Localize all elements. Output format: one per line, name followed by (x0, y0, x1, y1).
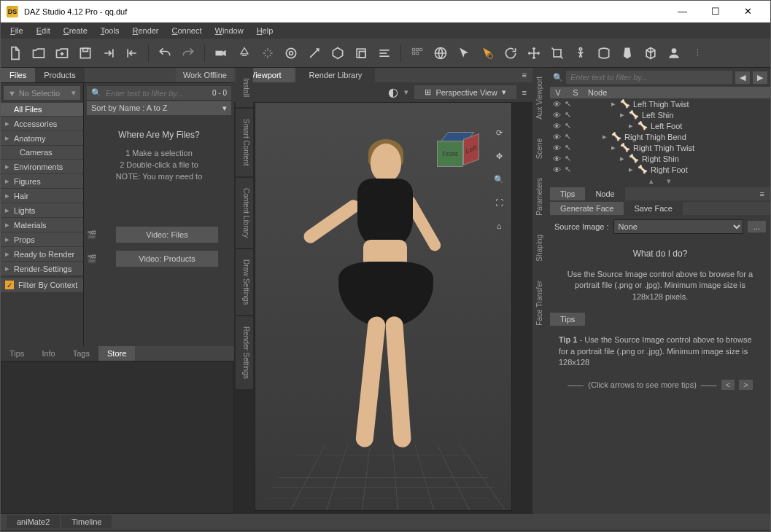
undo-icon[interactable] (155, 43, 175, 63)
grid-snap-icon[interactable] (407, 43, 427, 63)
reset-view-icon[interactable]: ⌂ (491, 218, 507, 234)
tab-tips[interactable]: Tips (550, 313, 585, 326)
spotlight-icon[interactable] (234, 43, 255, 63)
viewport-menu-icon[interactable]: ≡ (522, 88, 527, 97)
collapse-up-icon[interactable]: ▴ (649, 176, 654, 186)
search-icon[interactable]: 🔍 (553, 73, 563, 82)
tip-prev-button[interactable]: < (721, 380, 735, 390)
align-icon[interactable] (374, 43, 395, 63)
category-all-files[interactable]: All Files (1, 103, 83, 117)
orbit-icon[interactable]: ⟳ (491, 125, 507, 141)
active-tool-icon[interactable] (477, 43, 497, 63)
category-accessories[interactable]: ▸Accessories (1, 117, 83, 131)
scene-search-input[interactable] (566, 71, 732, 84)
expand-icon[interactable]: ▸ (603, 132, 610, 141)
arrow-icon[interactable]: ↖ (565, 154, 576, 163)
tree-node[interactable]: 👁↖▸🦴Left Thigh Twist (550, 98, 770, 109)
redo-icon[interactable] (178, 43, 198, 63)
info-tab-store[interactable]: Store (98, 346, 135, 361)
search-input[interactable] (106, 89, 208, 98)
panel-menu-icon[interactable]: ≡ (754, 187, 770, 200)
search-icon[interactable]: 🔍 (91, 88, 101, 98)
expand-icon[interactable]: ▸ (611, 99, 619, 109)
rvtab-shaping[interactable]: Shaping (532, 226, 550, 270)
tree-node[interactable]: 👁↖▸🦴Left Foot (550, 120, 770, 131)
export-icon[interactable] (98, 43, 119, 63)
pan-icon[interactable]: ✥ (491, 148, 507, 164)
sort-dropdown[interactable]: Sort by Name : A to Z ▾ (87, 101, 231, 115)
vtab-content-library[interactable]: Content Library (236, 178, 253, 248)
tab-products[interactable]: Products (35, 68, 84, 82)
eye-icon[interactable]: 👁 (553, 122, 565, 130)
menu-window[interactable]: Window (209, 24, 250, 37)
menu-render[interactable]: Render (125, 24, 165, 37)
tree-node[interactable]: 👁↖▸🦴Right Thigh Twist (550, 142, 770, 153)
maximize-button[interactable]: ☐ (699, 1, 732, 22)
category-materials[interactable]: ▸Materials (1, 218, 83, 232)
expand-icon[interactable]: ▸ (629, 165, 636, 174)
col-visible[interactable]: V (553, 88, 563, 97)
user-tool-icon[interactable] (664, 43, 684, 63)
vtab-render-settings[interactable]: Render Settings (236, 316, 253, 389)
info-tab-tips[interactable]: Tips (1, 346, 33, 361)
view-mode-dropdown[interactable]: ⊞ Perspective View ▾ (414, 85, 516, 99)
category-render-settings[interactable]: ▸Render-Settings (1, 262, 83, 276)
close-button[interactable]: ✕ (732, 1, 764, 22)
expand-icon[interactable]: ▸ (629, 121, 636, 130)
new-file-icon[interactable] (5, 43, 26, 63)
work-offline-button[interactable]: Work Offline (176, 68, 234, 82)
col-select[interactable]: S (570, 88, 581, 97)
tip-next-button[interactable]: > (739, 380, 752, 390)
browse-button[interactable]: ... (748, 221, 766, 232)
video-products-button[interactable]: Video: Products (116, 251, 218, 267)
tree-node[interactable]: 👁↖▸🦴Right Shin (550, 153, 770, 164)
source-image-dropdown[interactable]: None (613, 219, 743, 234)
world-tool-icon[interactable] (430, 43, 451, 63)
category-anatomy[interactable]: ▸Anatomy (1, 131, 83, 146)
next-button[interactable]: ▶ (753, 71, 767, 84)
expand-icon[interactable]: ▸ (620, 154, 627, 163)
tab-generate-face[interactable]: Generate Face (550, 202, 624, 215)
rotate-tool-icon[interactable] (500, 43, 521, 63)
video-files-button[interactable]: Video: Files (116, 227, 218, 243)
menu-help[interactable]: Help (250, 24, 280, 37)
eye-icon[interactable]: 👁 (553, 111, 565, 120)
eye-icon[interactable]: 👁 (553, 133, 565, 141)
category-props[interactable]: ▸Props (1, 232, 83, 247)
tree-node[interactable]: 👁↖▸🦴Right Thigh Bend (550, 131, 770, 142)
light-sparkle-icon[interactable] (257, 43, 278, 63)
minimize-button[interactable]: — (666, 1, 699, 22)
magic-wand-icon[interactable] (304, 43, 325, 63)
surface-tool-icon[interactable] (594, 43, 614, 63)
zoom-icon[interactable]: 🔍 (491, 171, 507, 187)
arrow-icon[interactable]: ↖ (565, 165, 576, 174)
menu-edit[interactable]: Edit (30, 24, 57, 37)
viewport-3d[interactable]: Front Left ⟳ ✥ 🔍 ⛶ ⌂ (255, 102, 512, 511)
menu-create[interactable]: Create (57, 24, 94, 37)
eye-icon[interactable]: 👁 (553, 144, 565, 152)
selection-dropdown[interactable]: ▼ No Selectio ▾ (4, 86, 80, 100)
tree-node[interactable]: 👁↖▸🦴Right Foot (550, 164, 770, 175)
category-lights[interactable]: ▸Lights (1, 203, 83, 218)
info-tab-tags[interactable]: Tags (64, 346, 98, 361)
tab-timeline[interactable]: Timeline (61, 515, 112, 528)
rvtab-aux-viewport[interactable]: Aux Viewport (532, 68, 550, 128)
vtab-install[interactable]: Install (236, 68, 253, 107)
tab-render-library[interactable]: Render Library (296, 68, 376, 82)
vtab-smart-content[interactable]: Smart Content (236, 109, 253, 176)
category-cameras[interactable]: Cameras (1, 146, 83, 160)
group-icon[interactable] (351, 43, 371, 63)
camera-tool-icon[interactable] (211, 43, 231, 63)
sphere-shading-icon[interactable]: ◐ (388, 85, 398, 99)
category-environments[interactable]: ▸Environments (1, 160, 83, 174)
arrow-icon[interactable]: ↖ (565, 132, 576, 141)
prev-button[interactable]: ◀ (735, 71, 750, 84)
scale-tool-icon[interactable] (547, 43, 567, 63)
frame-icon[interactable]: ⛶ (491, 195, 507, 211)
ptab-tips[interactable]: Tips (550, 187, 585, 200)
category-figures[interactable]: ▸Figures (1, 174, 83, 189)
arrow-icon[interactable]: ↖ (565, 143, 576, 152)
tab-animate2[interactable]: aniMate2 (7, 515, 60, 528)
toolbar-menu-icon[interactable]: ⋮ (687, 43, 708, 63)
expand-icon[interactable]: ▸ (611, 143, 619, 152)
